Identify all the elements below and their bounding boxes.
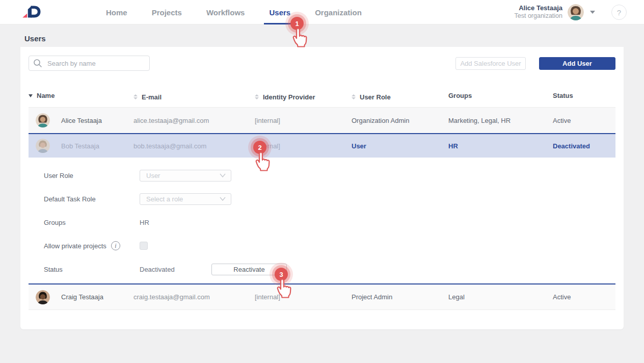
user-groups: HR bbox=[448, 142, 553, 150]
chevron-down-icon bbox=[220, 197, 226, 201]
column-header-label: E-mail bbox=[142, 93, 162, 101]
detail-label: Default Task Role bbox=[44, 195, 140, 203]
users-table: Name E-mail Identity Provider User Role bbox=[29, 84, 615, 310]
column-header-label: Name bbox=[37, 92, 55, 99]
search-box bbox=[29, 56, 150, 71]
chevron-down-icon bbox=[220, 173, 226, 177]
detail-label: Groups bbox=[44, 219, 140, 226]
column-header-label: Status bbox=[553, 92, 573, 99]
user-menu-caret-icon[interactable] bbox=[590, 11, 595, 14]
user-menu[interactable]: Alice Testaaja Test organization bbox=[514, 0, 595, 24]
column-header-label: Identity Provider bbox=[263, 93, 315, 101]
sort-both-icon bbox=[255, 94, 259, 99]
users-toolbar: Add Salesforce User Add User bbox=[20, 47, 624, 71]
avatar bbox=[36, 113, 50, 127]
user-detail-panel: User Role User Default Task Role Select … bbox=[29, 158, 615, 284]
user-role: User bbox=[352, 142, 448, 150]
nav-item-users[interactable]: Users bbox=[257, 0, 303, 24]
user-identity-provider: [internal] bbox=[255, 293, 352, 301]
detail-row-user-role: User Role User bbox=[29, 164, 615, 187]
search-icon bbox=[33, 59, 42, 68]
user-status: Active bbox=[553, 293, 615, 301]
top-navigation-bar: Home Projects Workflows Users Organizati… bbox=[0, 0, 644, 24]
table-row-alice[interactable]: Alice Testaaja alice.testaaja@gmail.com … bbox=[29, 108, 615, 133]
user-role-dropdown[interactable]: User bbox=[140, 170, 231, 182]
user-email: alice.testaaja@gmail.com bbox=[133, 117, 255, 124]
user-role: Project Admin bbox=[352, 293, 448, 301]
sort-both-icon bbox=[352, 94, 356, 99]
detail-row-default-task-role: Default Task Role Select a role bbox=[29, 187, 615, 211]
user-role: Organization Admin bbox=[352, 117, 448, 124]
status-value: Deactivated bbox=[140, 266, 211, 273]
user-email: bob.testaaja@gmail.com bbox=[133, 142, 255, 150]
column-header-label: Groups bbox=[448, 92, 472, 99]
column-header-name[interactable]: Name bbox=[29, 92, 133, 99]
column-header-user-role[interactable]: User Role bbox=[352, 90, 448, 101]
user-name: Craig Testaaja bbox=[61, 293, 103, 301]
detail-row-status: Status Deactivated Reactivate bbox=[29, 257, 615, 281]
nav-item-organization[interactable]: Organization bbox=[303, 0, 374, 24]
dropdown-value: Select a role bbox=[146, 195, 183, 203]
add-salesforce-user-button[interactable]: Add Salesforce User bbox=[455, 57, 526, 70]
table-row-bob-selected[interactable]: Bob Testaaja bob.testaaja@gmail.com [int… bbox=[29, 133, 615, 158]
brand-logo-icon[interactable] bbox=[19, 4, 43, 20]
user-email: craig.testaaja@gmail.com bbox=[133, 293, 255, 301]
column-header-email[interactable]: E-mail bbox=[133, 90, 255, 101]
groups-value: HR bbox=[140, 219, 149, 226]
help-button[interactable]: ? bbox=[611, 5, 627, 20]
user-groups: Legal bbox=[448, 293, 553, 301]
nav-item-projects[interactable]: Projects bbox=[140, 0, 194, 24]
users-card: Add Salesforce User Add User Name E-mail bbox=[20, 47, 624, 329]
page-title: Users bbox=[24, 34, 46, 43]
current-user-organization: Test organization bbox=[514, 12, 562, 20]
detail-label: User Role bbox=[44, 172, 140, 179]
user-status: Deactivated bbox=[553, 142, 615, 150]
nav-item-home[interactable]: Home bbox=[94, 0, 140, 24]
current-user-name: Alice Testaaja bbox=[514, 4, 562, 12]
user-avatar[interactable] bbox=[568, 4, 584, 20]
info-icon[interactable]: i bbox=[111, 241, 120, 250]
sort-both-icon bbox=[133, 94, 138, 99]
user-menu-texts: Alice Testaaja Test organization bbox=[514, 4, 562, 20]
column-header-status: Status bbox=[553, 92, 615, 99]
main-nav: Home Projects Workflows Users Organizati… bbox=[94, 0, 374, 24]
add-user-button[interactable]: Add User bbox=[539, 57, 615, 70]
detail-row-allow-private-projects: Allow private projects i bbox=[29, 234, 615, 257]
table-header-row: Name E-mail Identity Provider User Role bbox=[29, 84, 615, 108]
user-status: Active bbox=[553, 117, 615, 124]
table-row-craig[interactable]: Craig Testaaja craig.testaaja@gmail.com … bbox=[29, 284, 615, 310]
user-identity-provider: [internal] bbox=[255, 117, 352, 124]
toolbar-buttons: Add Salesforce User Add User bbox=[455, 57, 615, 70]
reactivate-button[interactable]: Reactivate bbox=[211, 264, 287, 275]
column-header-label: User Role bbox=[360, 93, 391, 101]
column-header-identity-provider[interactable]: Identity Provider bbox=[255, 90, 352, 101]
avatar bbox=[36, 290, 50, 304]
avatar bbox=[36, 139, 50, 153]
user-identity-provider: [internal] bbox=[255, 142, 352, 150]
sort-desc-icon bbox=[29, 94, 33, 97]
detail-label: Status bbox=[44, 266, 140, 273]
nav-item-workflows[interactable]: Workflows bbox=[194, 0, 257, 24]
user-name: Alice Testaaja bbox=[61, 117, 102, 124]
default-task-role-dropdown[interactable]: Select a role bbox=[140, 193, 231, 205]
search-input[interactable] bbox=[29, 56, 150, 71]
detail-label: Allow private projects bbox=[44, 242, 106, 250]
dropdown-value: User bbox=[146, 172, 160, 179]
user-name: Bob Testaaja bbox=[61, 142, 99, 150]
detail-row-groups: Groups HR bbox=[29, 211, 615, 234]
tap-hand-icon bbox=[290, 28, 308, 49]
column-header-groups: Groups bbox=[448, 92, 553, 99]
user-groups: Marketing, Legal, HR bbox=[448, 117, 553, 124]
allow-private-projects-checkbox[interactable] bbox=[140, 242, 148, 250]
